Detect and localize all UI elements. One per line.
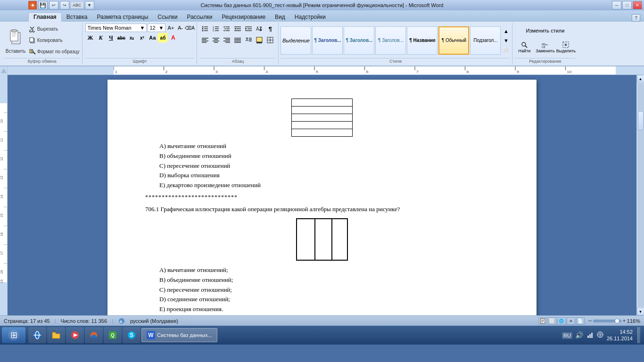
bold-button[interactable]: Ж <box>85 33 95 42</box>
vertical-scrollbar[interactable]: ▲ ▼ <box>636 75 644 315</box>
print-layout-button[interactable] <box>538 317 547 325</box>
change-case-button[interactable]: Аа <box>148 33 157 42</box>
scroll-thumb[interactable] <box>638 111 644 130</box>
show-formatting-button[interactable]: ¶ <box>265 24 275 34</box>
borders-button[interactable] <box>265 35 275 45</box>
minimize-button[interactable]: ─ <box>612 1 621 9</box>
tray-speaker-icon[interactable]: 🔊 <box>575 331 583 339</box>
start-button[interactable]: ⊞ <box>2 327 25 343</box>
tab-addins[interactable]: Надстройки <box>290 12 330 22</box>
italic-button[interactable]: К <box>96 33 105 42</box>
svg-text:10: 10 <box>567 70 572 74</box>
office-button[interactable]: ✦ <box>28 1 37 9</box>
select-button[interactable]: Выделить <box>556 39 576 55</box>
copy-button[interactable]: Копировать <box>28 37 80 44</box>
styles-scroll-up[interactable]: ▲ <box>502 27 510 35</box>
clock[interactable]: 14:52 26.11.2014 <box>607 329 633 342</box>
font-shrink-button[interactable]: A- <box>176 24 184 32</box>
tab-mailings[interactable]: Рассылки <box>182 12 217 22</box>
align-left-button[interactable] <box>200 35 210 45</box>
font-color-button[interactable]: А <box>168 33 178 42</box>
close-button[interactable]: ✕ <box>633 1 642 9</box>
tab-view[interactable]: Вид <box>270 12 290 22</box>
highlight-button[interactable]: аб <box>158 33 167 42</box>
align-center-button[interactable] <box>211 35 221 45</box>
clear-formatting-button[interactable]: ⌫A <box>185 24 194 32</box>
tab-insert[interactable]: Вставка <box>62 12 92 22</box>
superscript-button[interactable]: x² <box>137 33 147 42</box>
style-title[interactable]: ¶ Название <box>407 26 438 55</box>
tray-network-icon[interactable] <box>586 331 594 340</box>
answers-706: А) вычитание отношений; В) объединение о… <box>145 265 499 314</box>
ribbon-help-button[interactable]: ? <box>632 14 640 22</box>
font-group-content: Times New Roman ▼ 12 ▼ A+ A- ⌫A Ж К Ч ab… <box>85 24 194 57</box>
find-button[interactable]: Найти <box>514 39 534 55</box>
decrease-indent-button[interactable] <box>232 24 243 34</box>
scroll-up-button[interactable]: ▲ <box>637 75 644 82</box>
zoom-in-button[interactable]: + <box>623 318 626 323</box>
style-normal[interactable]: ¶ Обычный <box>438 26 469 55</box>
style-selection[interactable]: Выделение <box>281 26 311 55</box>
zoom-slider[interactable] <box>593 320 621 322</box>
justify-button[interactable] <box>232 35 243 45</box>
tray-language-icon[interactable]: RU <box>562 331 572 339</box>
vertical-line-1 <box>314 219 315 260</box>
taskbar-skype-button[interactable]: S <box>123 327 140 343</box>
redo-button[interactable]: ↪ <box>60 1 69 9</box>
underline-button[interactable]: Ч <box>106 33 116 42</box>
taskbar-ie-button[interactable] <box>28 327 46 343</box>
scroll-down-button[interactable]: ▼ <box>637 308 644 315</box>
style-heading3[interactable]: ¶ Заголов... <box>375 26 406 55</box>
line-spacing-button[interactable] <box>243 35 254 45</box>
tab-review[interactable]: Рецензирование <box>217 12 270 22</box>
style-heading2[interactable]: ¶ Заголов... <box>344 26 374 55</box>
save-button[interactable]: 💾 <box>38 1 48 9</box>
customize-qat-button[interactable]: ▼ <box>85 1 94 9</box>
font-grow-button[interactable]: A+ <box>166 24 175 32</box>
bullets-button[interactable] <box>200 24 210 34</box>
draft-view-button[interactable]: 📄 <box>576 317 585 325</box>
font-size-dropdown[interactable]: 12 ▼ <box>148 24 165 32</box>
cut-button[interactable]: Вырезать <box>28 25 80 33</box>
style-subtitle[interactable]: Подзагол... <box>470 26 501 55</box>
subscript-button[interactable]: x₂ <box>127 33 136 42</box>
maximize-button[interactable]: □ <box>622 1 632 9</box>
styles-nav: ▲ ▼ ⬜ <box>502 27 510 54</box>
full-screen-button[interactable]: ⬜ <box>548 317 556 325</box>
answer-706-b: В) объединение отношений; <box>159 275 499 285</box>
outline-view-button[interactable]: ≡ <box>567 317 575 325</box>
window-controls[interactable]: ─ □ ✕ <box>612 1 642 9</box>
tab-home[interactable]: Главная <box>28 12 62 22</box>
taskbar-word-button[interactable]: W Системы баз данных... <box>141 328 217 342</box>
taskbar-explorer-button[interactable] <box>47 327 65 343</box>
zoom-level[interactable]: 116% <box>627 318 640 324</box>
zoom-out-button[interactable]: ─ <box>588 318 592 323</box>
font-name-dropdown[interactable]: Times New Roman ▼ <box>85 24 147 32</box>
scroll-track[interactable] <box>637 83 644 307</box>
paste-button[interactable]: Вставить <box>4 24 27 58</box>
tab-page-layout[interactable]: Разметка страницы <box>92 12 153 22</box>
show-desktop-button[interactable] <box>637 327 640 343</box>
sort-button[interactable]: ÄZ <box>254 24 264 34</box>
strikethrough-button[interactable]: abc <box>116 33 126 42</box>
multilevel-list-button[interactable] <box>222 24 232 34</box>
taskbar-firefox-button[interactable] <box>85 327 103 343</box>
document-scroll-area[interactable]: А) вычитание отношений В) объединение от… <box>8 75 636 315</box>
format-painter-button[interactable]: Формат по образцу <box>28 48 80 56</box>
tab-references[interactable]: Ссылки <box>153 12 182 22</box>
styles-more[interactable]: ⬜ <box>502 46 510 54</box>
abc-spell-button[interactable]: ABC <box>71 2 83 8</box>
taskbar-qip-button[interactable]: Q <box>104 327 122 343</box>
numbering-button[interactable]: 1.2.3. <box>211 24 221 34</box>
undo-button[interactable]: ↩ <box>49 1 58 9</box>
styles-scroll-down[interactable]: ▼ <box>502 36 510 45</box>
align-right-button[interactable] <box>222 35 232 45</box>
increase-indent-button[interactable] <box>243 24 254 34</box>
web-layout-button[interactable]: 🌐 <box>557 317 566 325</box>
taskbar-media-button[interactable] <box>66 327 84 343</box>
style-heading1[interactable]: ¶ Заголов... <box>312 26 343 55</box>
replace-button[interactable]: abcd Заменить <box>535 39 555 55</box>
shading-button[interactable] <box>254 35 264 45</box>
change-styles-button[interactable]: Изменить стили <box>524 24 566 38</box>
tray-help-icon[interactable]: ? <box>596 331 604 340</box>
